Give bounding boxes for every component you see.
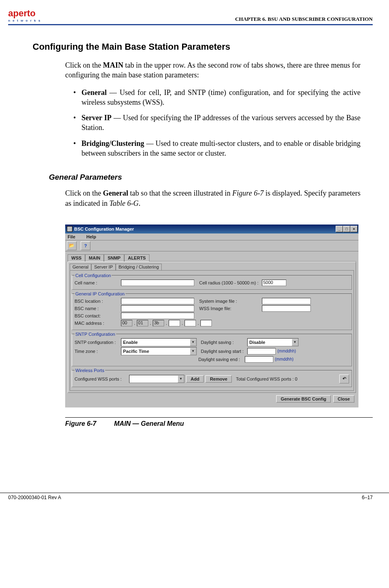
maximize-button[interactable]: □ <box>343 226 350 232</box>
total-wss-label: Total Configured WSS ports : 0 <box>236 377 297 381</box>
wssimg-label: WSS Image file: <box>199 306 260 311</box>
section-title: Configuring the Main Base Station Parame… <box>33 42 373 52</box>
menu-help[interactable]: Help <box>86 234 96 239</box>
intro-paragraph: Click on the MAIN tab in the upper row. … <box>65 60 360 80</box>
group-ip-legend: General IP Configuration <box>75 291 125 296</box>
footer-docnum: 070-20000340-01 Rev A <box>8 495 61 500</box>
timezone-label: Time zone : <box>75 349 119 354</box>
cellradius-label: Cell radius (1000 - 50000 m) : <box>199 280 260 285</box>
bsc-location-input[interactable] <box>121 298 194 304</box>
subtab-server-ip[interactable]: Server IP <box>91 264 116 270</box>
subtab-bridging[interactable]: Bridging / Clustering <box>116 264 162 270</box>
timezone-select[interactable]: Pacific Time▼ <box>121 347 197 355</box>
open-icon[interactable]: 📂 <box>67 241 77 250</box>
mac5-input[interactable] <box>185 320 196 326</box>
chapter-label: CHAPTER 6. BSU AND SUBSCRIBER CONFIGURAT… <box>235 16 373 22</box>
bsc-location-label: BSC location : <box>75 299 119 304</box>
toolbar: 📂 ? <box>65 240 358 251</box>
group-cell-legend: Cell Configuration <box>75 273 112 278</box>
dsend-label: Daylight saving end : <box>198 357 243 362</box>
chevron-down-icon: ▼ <box>190 348 196 355</box>
app-window: BSC Configuration Manager _ □ × File Hel… <box>65 225 358 407</box>
sntp-conf-label: SNTP configuration : <box>75 340 119 345</box>
dsstart-label: Daylight saving start : <box>201 349 246 354</box>
dsstart-input[interactable] <box>247 348 276 355</box>
bsc-contact-label: BSC contact: <box>75 313 119 318</box>
bullet-server-ip: Server IP — Used for specifying the IP a… <box>73 113 360 133</box>
bsc-name-label: BSC name : <box>75 306 119 311</box>
menubar: File Help <box>65 233 358 240</box>
cellradius-input[interactable]: 5000 <box>262 280 286 286</box>
bullet-bridging: Bridging/Clustering — Used to create mul… <box>73 139 360 159</box>
sysimg-label: System image file : <box>199 299 260 304</box>
subtab-general[interactable]: General <box>70 264 91 270</box>
dsend-input[interactable] <box>245 356 273 363</box>
daylight-label: Daylight saving : <box>201 340 246 345</box>
dsend-hint: (mmddhh) <box>275 357 294 361</box>
mac6-input[interactable] <box>200 320 212 326</box>
close-window-button[interactable]: × <box>350 226 358 232</box>
mac4-input[interactable] <box>169 320 180 326</box>
cellname-label: Cell name : <box>75 280 119 285</box>
subheading-general-parameters: General Parameters <box>49 173 373 182</box>
remove-button[interactable]: Remove <box>205 375 232 383</box>
generate-config-button[interactable]: Generate BSC Config <box>276 395 331 403</box>
figure-caption: MAIN — General Menu <box>114 420 184 427</box>
chevron-down-icon: ▼ <box>190 339 196 346</box>
bsc-name-input[interactable] <box>121 305 194 312</box>
help-icon[interactable]: ? <box>81 241 90 250</box>
add-button[interactable]: Add <box>186 375 204 383</box>
menu-file[interactable]: File <box>68 234 75 239</box>
footer-pagenum: 6–17 <box>362 495 373 500</box>
wss-ports-select[interactable]: ▼ <box>129 375 185 383</box>
group-sntp-legend: SNTP Configuration <box>75 332 116 337</box>
wssimg-input[interactable] <box>262 305 311 312</box>
group-wireless-legend: Wireless Ports <box>75 368 105 373</box>
tab-wss[interactable]: WSS <box>68 254 85 262</box>
cellname-input[interactable] <box>121 280 194 286</box>
bsc-contact-input[interactable] <box>121 313 194 319</box>
daylight-select[interactable]: Disable▼ <box>247 338 299 346</box>
mac-label: MAC address : <box>75 321 119 326</box>
tab-snmp[interactable]: SNMP <box>104 254 124 262</box>
figure-number: Figure 6-7 <box>65 420 114 427</box>
chevron-down-icon: ▼ <box>178 375 184 383</box>
titlebar: BSC Configuration Manager _ □ × <box>65 225 358 233</box>
window-title: BSC Configuration Manager <box>74 227 134 231</box>
dsstart-hint: (mmddhh) <box>277 349 296 353</box>
logo: aperton e t w o r k s <box>8 8 41 22</box>
wss-ports-label: Configured WSS ports : <box>75 377 127 381</box>
close-button[interactable]: Close <box>333 395 354 403</box>
mac2-input: 01 <box>137 320 148 326</box>
sysimg-input[interactable] <box>262 298 311 304</box>
bullet-general: General — Used for cell, IP, and SNTP (t… <box>73 88 360 108</box>
tab-alerts[interactable]: ALERTS <box>124 254 149 262</box>
tab-main[interactable]: MAIN <box>85 254 104 262</box>
mac1-input: 00 <box>121 320 132 326</box>
app-icon <box>67 226 73 232</box>
chevron-down-icon: ▼ <box>292 339 298 346</box>
general-paragraph: Click on the General tab so that the scr… <box>65 188 360 208</box>
mac3-input: 3b <box>153 320 164 326</box>
sntp-conf-select[interactable]: Enable▼ <box>121 338 197 346</box>
minimize-button[interactable]: _ <box>336 226 343 232</box>
refresh-icon[interactable]: ↶ <box>339 374 349 383</box>
